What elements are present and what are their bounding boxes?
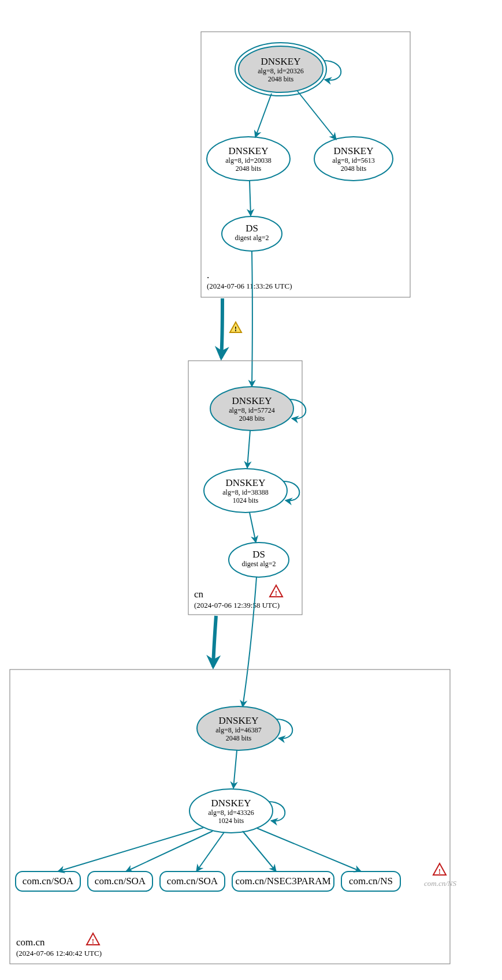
rrset-soa1[interactable]: com.cn/SOA	[16, 871, 80, 891]
node-comcn-zsk[interactable]: DNSKEY alg=8, id=43326 1024 bits	[189, 789, 273, 833]
edge-cn-ksk-to-zsk	[247, 431, 250, 468]
edge-root-zsk-to-ds	[250, 181, 251, 216]
svg-text:com.cn/SOA: com.cn/SOA	[167, 876, 218, 887]
zone-label-comcn: com.cn	[16, 937, 45, 948]
svg-text:alg=8, id=43326: alg=8, id=43326	[208, 809, 254, 817]
node-root-ksk[interactable]: DNSKEY alg=8, id=20326 2048 bits	[235, 43, 326, 96]
svg-text:2048 bits: 2048 bits	[226, 734, 252, 742]
svg-text:alg=8, id=5613: alg=8, id=5613	[332, 156, 375, 164]
svg-text:2048 bits: 2048 bits	[268, 75, 294, 83]
svg-text:com.cn/SOA: com.cn/SOA	[23, 876, 74, 887]
svg-text:DNSKEY: DNSKEY	[334, 145, 374, 156]
svg-text:com.cn/NS: com.cn/NS	[349, 876, 393, 887]
svg-text:alg=8, id=20326: alg=8, id=20326	[258, 67, 304, 75]
node-cn-ds[interactable]: DS digest alg=2	[229, 543, 289, 577]
edge-zsk-to-nsec3	[243, 831, 276, 871]
edge-root-ds-to-cn-ksk	[252, 251, 252, 387]
svg-text:alg=8, id=57724: alg=8, id=57724	[229, 406, 275, 414]
edge-root-ksk-to-zsk2	[298, 91, 336, 140]
svg-text:digest alg=2: digest alg=2	[241, 560, 276, 568]
edge-cn-zsk-to-ds	[250, 513, 256, 543]
error-icon[interactable]: !	[270, 585, 282, 597]
edge-zsk-to-soa2	[126, 831, 213, 871]
zone-timestamp-comcn: (2024-07-06 12:40:42 UTC)	[16, 949, 102, 957]
svg-text:DNSKEY: DNSKEY	[226, 477, 266, 488]
svg-text:1024 bits: 1024 bits	[233, 496, 259, 504]
svg-text:DNSKEY: DNSKEY	[229, 145, 269, 156]
edge-zsk-to-soa1	[58, 828, 203, 871]
svg-text:com.cn/NSEC3PARAM: com.cn/NSEC3PARAM	[235, 876, 330, 887]
svg-text:DNSKEY: DNSKEY	[211, 798, 251, 809]
svg-text:alg=8, id=46387: alg=8, id=46387	[215, 726, 262, 734]
svg-text:DNSKEY: DNSKEY	[232, 395, 272, 406]
rrset-nsec3param[interactable]: com.cn/NSEC3PARAM	[232, 871, 334, 891]
node-cn-zsk[interactable]: DNSKEY alg=8, id=38388 1024 bits	[204, 469, 287, 513]
error-icon[interactable]: !	[87, 933, 99, 945]
svg-text:2048 bits: 2048 bits	[239, 414, 265, 422]
edge-zsk-to-soa3	[196, 832, 224, 871]
dnssec-graph: . (2024-07-06 11:33:26 UTC) DNSKEY alg=8…	[0, 0, 502, 980]
zone-timestamp-root: (2024-07-06 11:33:26 UTC)	[207, 282, 292, 290]
zone-label-root: .	[207, 270, 209, 280]
svg-text:1024 bits: 1024 bits	[218, 817, 244, 825]
rrset-soa2[interactable]: com.cn/SOA	[88, 871, 153, 891]
edge-root-ksk-to-zsk	[255, 93, 272, 137]
edge-delegation-cn-to-comcn	[213, 616, 216, 667]
edge-comcn-ksk-to-zsk	[233, 750, 237, 788]
warning-icon[interactable]: !	[230, 322, 241, 333]
faded-ns-label: com.cn/NS	[424, 879, 456, 888]
zone-label-cn: cn	[194, 589, 204, 600]
svg-text:alg=8, id=38388: alg=8, id=38388	[222, 488, 269, 496]
svg-text:com.cn/SOA: com.cn/SOA	[95, 876, 146, 887]
svg-text:!: !	[275, 589, 277, 597]
edge-cn-ds-to-comcn-ksk	[243, 577, 256, 707]
svg-text:!: !	[438, 867, 441, 876]
svg-text:DS: DS	[246, 223, 258, 234]
svg-text:!: !	[92, 937, 94, 945]
svg-text:DS: DS	[252, 549, 265, 560]
node-root-zsk[interactable]: DNSKEY alg=8, id=20038 2048 bits	[207, 137, 290, 181]
zone-timestamp-cn: (2024-07-06 12:39:58 UTC)	[194, 601, 280, 609]
svg-text:!: !	[235, 324, 237, 333]
svg-text:DNSKEY: DNSKEY	[261, 56, 301, 67]
node-root-zsk2[interactable]: DNSKEY alg=8, id=5613 2048 bits	[314, 137, 393, 181]
svg-text:alg=8, id=20038: alg=8, id=20038	[225, 156, 272, 164]
svg-text:digest alg=2: digest alg=2	[235, 234, 269, 242]
svg-text:2048 bits: 2048 bits	[341, 164, 367, 173]
node-cn-ksk[interactable]: DNSKEY alg=8, id=57724 2048 bits	[210, 387, 293, 431]
rrset-soa3[interactable]: com.cn/SOA	[160, 871, 225, 891]
svg-text:2048 bits: 2048 bits	[236, 164, 262, 173]
edge-zsk-to-ns	[257, 828, 361, 871]
error-icon[interactable]: !	[433, 863, 446, 876]
edge-delegation-root-to-cn	[221, 298, 222, 358]
svg-text:DNSKEY: DNSKEY	[219, 715, 259, 726]
rrset-ns[interactable]: com.cn/NS	[341, 871, 400, 891]
node-root-ds[interactable]: DS digest alg=2	[222, 216, 282, 251]
node-comcn-ksk[interactable]: DNSKEY alg=8, id=46387 2048 bits	[197, 706, 280, 750]
